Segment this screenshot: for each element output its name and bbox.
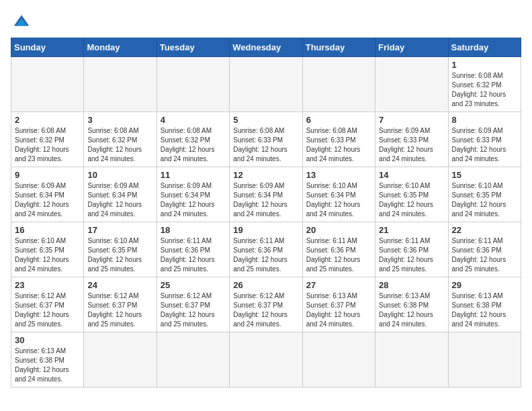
day-number: 21 (379, 225, 444, 235)
day-number: 1 (452, 60, 517, 70)
day-number: 6 (306, 115, 371, 125)
calendar-table: SundayMondayTuesdayWednesdayThursdayFrid… (11, 38, 521, 387)
calendar-cell: 14Sunrise: 6:10 AM Sunset: 6:35 PM Dayli… (375, 167, 448, 222)
logo (11, 11, 35, 32)
calendar-cell: 26Sunrise: 6:12 AM Sunset: 6:37 PM Dayli… (230, 277, 302, 332)
day-info: Sunrise: 6:09 AM Sunset: 6:34 PM Dayligh… (161, 181, 226, 219)
day-number: 14 (379, 170, 444, 180)
calendar-cell (375, 57, 448, 112)
calendar-cell: 20Sunrise: 6:11 AM Sunset: 6:36 PM Dayli… (302, 222, 375, 277)
logo-icon (11, 11, 32, 32)
day-info: Sunrise: 6:08 AM Sunset: 6:32 PM Dayligh… (87, 126, 152, 164)
calendar-cell: 17Sunrise: 6:10 AM Sunset: 6:35 PM Dayli… (84, 222, 157, 277)
calendar-cell: 22Sunrise: 6:11 AM Sunset: 6:36 PM Dayli… (448, 222, 521, 277)
calendar-cell (157, 57, 229, 112)
day-number: 19 (233, 225, 298, 235)
calendar-cell: 19Sunrise: 6:11 AM Sunset: 6:36 PM Dayli… (230, 222, 302, 277)
day-info: Sunrise: 6:08 AM Sunset: 6:32 PM Dayligh… (161, 126, 226, 164)
weekday-header-thursday: Thursday (302, 38, 375, 57)
day-info: Sunrise: 6:09 AM Sunset: 6:33 PM Dayligh… (379, 126, 444, 164)
calendar-week-row: 9Sunrise: 6:09 AM Sunset: 6:34 PM Daylig… (11, 167, 521, 222)
calendar-cell: 10Sunrise: 6:09 AM Sunset: 6:34 PM Dayli… (84, 167, 157, 222)
calendar-cell: 7Sunrise: 6:09 AM Sunset: 6:33 PM Daylig… (375, 112, 448, 167)
calendar-cell: 16Sunrise: 6:10 AM Sunset: 6:35 PM Dayli… (11, 222, 84, 277)
calendar-cell: 25Sunrise: 6:12 AM Sunset: 6:37 PM Dayli… (157, 277, 229, 332)
day-info: Sunrise: 6:12 AM Sunset: 6:37 PM Dayligh… (87, 291, 152, 329)
day-info: Sunrise: 6:11 AM Sunset: 6:36 PM Dayligh… (379, 236, 444, 274)
day-number: 13 (306, 170, 371, 180)
day-number: 29 (452, 280, 517, 290)
weekday-header-saturday: Saturday (448, 38, 521, 57)
day-number: 12 (233, 170, 298, 180)
day-number: 4 (161, 115, 226, 125)
day-info: Sunrise: 6:12 AM Sunset: 6:37 PM Dayligh… (15, 291, 80, 329)
day-info: Sunrise: 6:08 AM Sunset: 6:32 PM Dayligh… (15, 126, 80, 164)
calendar-cell: 5Sunrise: 6:08 AM Sunset: 6:33 PM Daylig… (230, 112, 302, 167)
day-number: 30 (15, 335, 80, 345)
calendar-cell (11, 57, 84, 112)
calendar-cell: 1Sunrise: 6:08 AM Sunset: 6:32 PM Daylig… (448, 57, 521, 112)
day-info: Sunrise: 6:11 AM Sunset: 6:36 PM Dayligh… (452, 236, 517, 274)
day-info: Sunrise: 6:10 AM Sunset: 6:34 PM Dayligh… (306, 181, 371, 219)
calendar-cell (84, 332, 157, 387)
calendar-cell (157, 332, 229, 387)
weekday-header-row: SundayMondayTuesdayWednesdayThursdayFrid… (11, 38, 521, 57)
weekday-header-tuesday: Tuesday (157, 38, 229, 57)
calendar-week-row: 16Sunrise: 6:10 AM Sunset: 6:35 PM Dayli… (11, 222, 521, 277)
day-number: 22 (452, 225, 517, 235)
weekday-header-sunday: Sunday (11, 38, 84, 57)
day-info: Sunrise: 6:10 AM Sunset: 6:35 PM Dayligh… (452, 181, 517, 219)
day-info: Sunrise: 6:10 AM Sunset: 6:35 PM Dayligh… (87, 236, 152, 274)
day-info: Sunrise: 6:11 AM Sunset: 6:36 PM Dayligh… (306, 236, 371, 274)
day-info: Sunrise: 6:13 AM Sunset: 6:38 PM Dayligh… (15, 347, 80, 384)
day-number: 7 (379, 115, 444, 125)
header (11, 11, 521, 32)
day-info: Sunrise: 6:09 AM Sunset: 6:34 PM Dayligh… (15, 181, 80, 219)
day-info: Sunrise: 6:11 AM Sunset: 6:36 PM Dayligh… (233, 236, 298, 274)
calendar-cell (230, 332, 302, 387)
day-info: Sunrise: 6:10 AM Sunset: 6:35 PM Dayligh… (379, 181, 444, 219)
day-info: Sunrise: 6:13 AM Sunset: 6:38 PM Dayligh… (452, 291, 517, 329)
day-number: 9 (15, 170, 80, 180)
calendar-cell (302, 332, 375, 387)
day-number: 17 (87, 225, 152, 235)
day-number: 26 (233, 280, 298, 290)
weekday-header-monday: Monday (84, 38, 157, 57)
day-info: Sunrise: 6:13 AM Sunset: 6:37 PM Dayligh… (306, 291, 371, 329)
weekday-header-friday: Friday (375, 38, 448, 57)
calendar-cell: 24Sunrise: 6:12 AM Sunset: 6:37 PM Dayli… (84, 277, 157, 332)
day-number: 28 (379, 280, 444, 290)
calendar-cell: 12Sunrise: 6:09 AM Sunset: 6:34 PM Dayli… (230, 167, 302, 222)
day-number: 2 (15, 115, 80, 125)
calendar-cell: 21Sunrise: 6:11 AM Sunset: 6:36 PM Dayli… (375, 222, 448, 277)
calendar-cell (375, 332, 448, 387)
day-number: 18 (161, 225, 226, 235)
calendar-week-row: 30Sunrise: 6:13 AM Sunset: 6:38 PM Dayli… (11, 332, 521, 387)
day-info: Sunrise: 6:12 AM Sunset: 6:37 PM Dayligh… (233, 291, 298, 329)
calendar-cell: 28Sunrise: 6:13 AM Sunset: 6:38 PM Dayli… (375, 277, 448, 332)
calendar-week-row: 2Sunrise: 6:08 AM Sunset: 6:32 PM Daylig… (11, 112, 521, 167)
day-info: Sunrise: 6:08 AM Sunset: 6:33 PM Dayligh… (306, 126, 371, 164)
day-info: Sunrise: 6:08 AM Sunset: 6:33 PM Dayligh… (233, 126, 298, 164)
day-number: 10 (87, 170, 152, 180)
calendar-cell (448, 332, 521, 387)
calendar-cell: 18Sunrise: 6:11 AM Sunset: 6:36 PM Dayli… (157, 222, 229, 277)
day-number: 23 (15, 280, 80, 290)
calendar-cell: 27Sunrise: 6:13 AM Sunset: 6:37 PM Dayli… (302, 277, 375, 332)
calendar-cell: 29Sunrise: 6:13 AM Sunset: 6:38 PM Dayli… (448, 277, 521, 332)
day-info: Sunrise: 6:08 AM Sunset: 6:32 PM Dayligh… (452, 71, 517, 109)
calendar-cell: 3Sunrise: 6:08 AM Sunset: 6:32 PM Daylig… (84, 112, 157, 167)
day-number: 3 (87, 115, 152, 125)
day-number: 16 (15, 225, 80, 235)
day-number: 27 (306, 280, 371, 290)
day-number: 25 (161, 280, 226, 290)
calendar-cell (302, 57, 375, 112)
day-info: Sunrise: 6:09 AM Sunset: 6:34 PM Dayligh… (87, 181, 152, 219)
day-number: 20 (306, 225, 371, 235)
calendar-cell (84, 57, 157, 112)
day-info: Sunrise: 6:10 AM Sunset: 6:35 PM Dayligh… (15, 236, 80, 274)
calendar-cell: 23Sunrise: 6:12 AM Sunset: 6:37 PM Dayli… (11, 277, 84, 332)
day-number: 24 (87, 280, 152, 290)
day-info: Sunrise: 6:13 AM Sunset: 6:38 PM Dayligh… (379, 291, 444, 329)
day-number: 8 (452, 115, 517, 125)
